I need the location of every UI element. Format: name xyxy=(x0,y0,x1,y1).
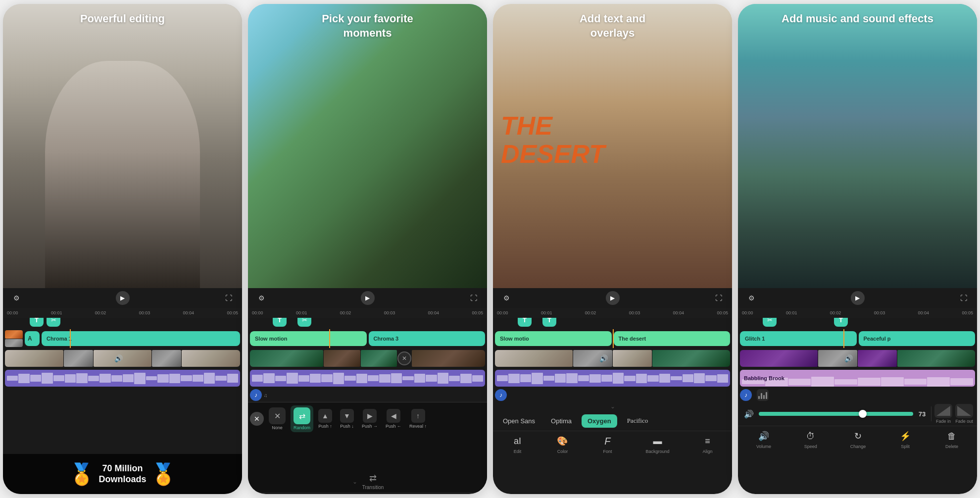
speed-tool[interactable]: ⏱ Speed xyxy=(804,429,818,449)
music-note-icon-3[interactable]: ♪ xyxy=(495,389,507,401)
volume-slider[interactable] xyxy=(759,412,913,416)
hero-title-2: Pick your favoritemoments xyxy=(248,12,487,40)
text-bubble-4[interactable]: T xyxy=(834,318,848,327)
text-bubble-3a[interactable]: T xyxy=(518,318,532,327)
scissors-bubble-1[interactable]: ✂ xyxy=(47,318,60,327)
transition-icon[interactable]: ⇄ xyxy=(369,473,377,484)
transition-toolbar: ✕ ✕ None ⇄ Random ▲ Push ↑ ▼ xyxy=(248,402,487,492)
effect-a[interactable]: A xyxy=(25,331,40,346)
delete-tool-label: Delete xyxy=(945,444,958,449)
align-tool[interactable]: ≡ Align xyxy=(700,434,714,454)
font-row: Open Sans Optima Oxygen Pacifico xyxy=(493,411,732,431)
effect-chroma1[interactable]: Chroma 1 xyxy=(42,331,240,346)
effect-peaceful[interactable]: Peaceful p xyxy=(859,331,976,346)
volume-tool[interactable]: 🔊 Volume xyxy=(756,429,771,449)
audio-track-row-4: Babbling Brook xyxy=(738,369,977,388)
fullscreen-icon-3[interactable]: ⛶ xyxy=(713,293,724,303)
transition-random[interactable]: ⇄ Random xyxy=(291,405,313,432)
playhead-2 xyxy=(329,329,330,348)
change-tool[interactable]: ↻ Change xyxy=(850,429,866,449)
playhead-1 xyxy=(70,329,71,348)
eq-icon-4[interactable] xyxy=(757,389,769,401)
music-eq-row-4: ♪ xyxy=(738,388,977,402)
timeline-ruler-4: 00:0000:0100:0200:0300:0400:05 xyxy=(738,308,977,318)
effect-slowmotion-2a[interactable]: Slow motion xyxy=(250,331,367,346)
background-tool[interactable]: ▬ Background xyxy=(645,434,669,454)
font-pacifico[interactable]: Pacifico xyxy=(621,414,654,428)
font-oxygen[interactable]: Oxygen xyxy=(582,414,617,428)
play-button-4[interactable]: ▶ xyxy=(851,291,865,305)
music-note-icon-2[interactable]: ♪ xyxy=(250,389,262,401)
effects-track-2: Slow motion Chroma 3 xyxy=(248,329,487,348)
push-up-label: Push ↑ xyxy=(318,424,332,429)
none-icon: ✕ xyxy=(269,407,286,424)
chevron-down-icon[interactable]: ⌄ xyxy=(351,477,358,486)
laurel-badge: 🏅 70 Million Downloads 🏅 xyxy=(3,454,242,494)
settings-icon-2[interactable]: ⚙ xyxy=(256,293,267,303)
text-bubble-1[interactable]: T xyxy=(30,318,44,327)
fullscreen-icon[interactable]: ⛶ xyxy=(223,293,234,303)
video-controls-2: ⚙ ▶ ⛶ xyxy=(248,288,487,308)
transition-push-left[interactable]: ◀ Push ← xyxy=(383,407,404,431)
video-track-4: 🔊 xyxy=(740,350,975,367)
font-tool[interactable]: F Font xyxy=(600,434,614,454)
font-open-sans[interactable]: Open Sans xyxy=(497,414,541,428)
volume-thumb xyxy=(859,410,867,418)
font-optima[interactable]: Optima xyxy=(545,414,578,428)
edit-tool[interactable]: aI Edit xyxy=(510,434,524,454)
speed-tool-label: Speed xyxy=(804,444,817,449)
settings-icon[interactable]: ⚙ xyxy=(11,293,22,303)
transition-label-row: ⌄ ⇄ Transition xyxy=(248,471,487,492)
effect-chroma3[interactable]: Chroma 3 xyxy=(369,331,486,346)
push-left-label: Push ← xyxy=(386,424,401,429)
transition-push-up[interactable]: ▲ Push ↑ xyxy=(315,407,335,431)
change-tool-label: Change xyxy=(850,444,866,449)
music-row-2: ♪ ♫ xyxy=(248,388,487,402)
effects-track-1: A Chroma 1 xyxy=(3,329,242,348)
music-track-label: Babbling Brook xyxy=(744,375,784,381)
close-transition-btn[interactable]: ✕ xyxy=(250,412,264,426)
font-icon: F xyxy=(600,434,614,448)
align-label: Align xyxy=(702,449,712,454)
effect-thedesert[interactable]: The desert xyxy=(614,331,731,346)
timeline-ruler-1: 00:00 00:01 00:02 00:03 00:04 00:05 xyxy=(3,308,242,318)
video-track-row-4: 🔊 xyxy=(738,349,977,368)
transition-push-right[interactable]: ▶ Push → xyxy=(359,407,381,431)
video-track-row-2: ✕ xyxy=(248,349,487,368)
ruler-marks-3: 00:0000:0100:0200:0300:0400:05 xyxy=(497,310,728,315)
chevron-down-3[interactable]: ⌄ xyxy=(493,402,732,411)
fullscreen-icon-4[interactable]: ⛶ xyxy=(958,293,969,303)
desert-text-overlay: THE DESERT xyxy=(501,112,605,168)
audio-track-row-1 xyxy=(3,369,242,388)
volume-icon-4[interactable]: 🔊 xyxy=(742,407,756,421)
random-icon: ⇄ xyxy=(294,407,310,424)
transition-reveal[interactable]: ↑ Reveal ↑ xyxy=(406,407,430,431)
fade-in-btn[interactable]: Fade in xyxy=(934,404,952,424)
delete-clip-btn[interactable]: ✕ xyxy=(397,351,411,365)
fullscreen-icon-2[interactable]: ⛶ xyxy=(468,293,479,303)
delete-tool[interactable]: 🗑 Delete xyxy=(945,429,959,449)
settings-icon-3[interactable]: ⚙ xyxy=(501,293,512,303)
push-down-label: Push ↓ xyxy=(340,424,354,429)
color-tool[interactable]: 🎨 Color xyxy=(555,434,569,454)
transition-push-down[interactable]: ▼ Push ↓ xyxy=(337,407,357,431)
scissors-bubble-2[interactable]: ✂ xyxy=(297,318,311,327)
transition-none[interactable]: ✕ None xyxy=(266,405,289,432)
split-tool[interactable]: ⚡ Split xyxy=(898,429,912,449)
text-bubble-3b[interactable]: T xyxy=(542,318,556,327)
fade-out-btn[interactable]: Fade out xyxy=(955,404,973,424)
play-button-2[interactable]: ▶ xyxy=(361,291,375,305)
settings-icon-4[interactable]: ⚙ xyxy=(746,293,757,303)
scissors-bubble-4[interactable]: ✂ xyxy=(763,318,777,327)
effect-glitch1[interactable]: Glitch 1 xyxy=(740,331,857,346)
divider-1 xyxy=(931,406,931,421)
text-bubble-2[interactable]: T xyxy=(273,318,287,327)
delete-tool-icon: 🗑 xyxy=(945,429,959,443)
push-down-icon: ▼ xyxy=(340,409,354,423)
video-controls-4: ⚙ ▶ ⛶ xyxy=(738,288,977,308)
effect-slowmotion-3[interactable]: Slow motio xyxy=(495,331,612,346)
video-controls-1: ⚙ ▶ ⛶ xyxy=(3,288,242,308)
play-button-3[interactable]: ▶ xyxy=(606,291,620,305)
music-icon-4[interactable]: ♪ xyxy=(740,389,752,401)
play-button-1[interactable]: ▶ xyxy=(116,291,130,305)
